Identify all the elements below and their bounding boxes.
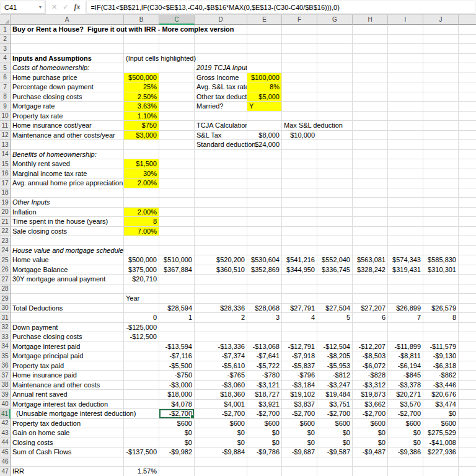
cell-A47[interactable]: IRR (11, 467, 124, 476)
row-header-12[interactable]: 12 (0, 131, 11, 141)
cell-F21[interactable] (282, 217, 317, 227)
cell-E29[interactable] (247, 294, 282, 304)
cell-F19[interactable] (282, 198, 317, 208)
cell-A8[interactable]: Purchase closing costs (11, 92, 124, 102)
cell-G42[interactable]: $600 (317, 419, 353, 429)
cell-B32[interactable]: -$125,000 (124, 323, 159, 333)
cell-E24[interactable] (247, 246, 282, 256)
cell-D20[interactable] (195, 208, 247, 218)
cell-F42[interactable]: $600 (282, 419, 317, 429)
cell-H16[interactable] (353, 169, 388, 179)
cell-H37[interactable]: -$828 (353, 371, 388, 381)
cell-G10[interactable] (317, 112, 353, 121)
cell-B9[interactable]: 3.63% (124, 102, 159, 112)
cell-E19[interactable] (247, 198, 282, 208)
cell-H43[interactable]: $0 (353, 428, 388, 438)
cell-G32[interactable] (317, 323, 353, 333)
cell-F36[interactable]: -$5,837 (282, 361, 317, 371)
cell-H24[interactable] (353, 246, 388, 256)
row-header-37[interactable]: 37 (0, 371, 11, 381)
cell-E18[interactable] (247, 188, 282, 198)
row-header-42[interactable]: 42 (0, 419, 11, 429)
cell-I16[interactable] (388, 169, 423, 179)
cell-H42[interactable]: $600 (353, 419, 388, 429)
cell-I31[interactable]: 7 (388, 313, 423, 323)
cell-A46[interactable] (11, 457, 124, 467)
cell-E36[interactable]: -$5,722 (247, 361, 282, 371)
cell-B5[interactable] (124, 63, 159, 73)
row-header-43[interactable]: 43 (0, 428, 11, 438)
cell-J19[interactable] (423, 198, 459, 208)
cell-E31[interactable]: 3 (247, 313, 282, 323)
cell-A20[interactable]: Inflation (11, 208, 124, 218)
row-header-15[interactable]: 15 (0, 159, 11, 169)
row-header-7[interactable]: 7 (0, 82, 11, 92)
cell-A21[interactable]: Time spent in the house (years) (11, 217, 124, 227)
cell-I29[interactable] (388, 294, 423, 304)
cell-C16[interactable] (159, 169, 195, 179)
cell-J44[interactable]: -$41,008 (423, 438, 459, 448)
cell-C11[interactable] (159, 121, 195, 131)
cell-H14[interactable] (353, 150, 388, 160)
cell-F12[interactable]: $10,000 (282, 131, 317, 141)
cell-F46[interactable] (282, 457, 317, 467)
cell-B24[interactable] (124, 246, 159, 256)
cell-C28[interactable] (159, 284, 195, 294)
cell-H46[interactable] (353, 457, 388, 467)
cell-H15[interactable] (353, 159, 388, 169)
cell-G14[interactable] (317, 150, 353, 160)
cell-A42[interactable]: Property tax deduction (11, 419, 124, 429)
row-header-39[interactable]: 39 (0, 390, 11, 400)
row-header-28[interactable]: 28 (0, 284, 11, 294)
cell-C39[interactable]: $18,000 (159, 390, 195, 400)
cell-B8[interactable]: 2.50% (124, 92, 159, 102)
cell-B47[interactable]: 1.57% (124, 467, 159, 476)
cell-E12[interactable]: $8,000 (247, 131, 282, 141)
cell-J7[interactable] (423, 82, 459, 92)
cell-C20[interactable] (159, 208, 195, 218)
cell-F31[interactable]: 4 (282, 313, 317, 323)
cell-E2[interactable] (247, 35, 282, 45)
cell-J8[interactable] (423, 92, 459, 102)
cell-J1[interactable] (423, 25, 459, 35)
cell-E44[interactable]: $0 (247, 438, 282, 448)
cell-G35[interactable]: -$8,205 (317, 351, 353, 361)
cell-F11[interactable]: Max S&L deduction (282, 121, 317, 131)
cell-C41[interactable]: -$2,700 (159, 409, 195, 419)
cell-H21[interactable] (353, 217, 388, 227)
cell-G26[interactable]: $336,745 (317, 265, 353, 275)
cell-I27[interactable] (388, 275, 423, 284)
cell-A37[interactable]: Home insurance paid (11, 371, 124, 381)
cell-E3[interactable] (247, 44, 282, 54)
cell-B22[interactable]: 7.00% (124, 227, 159, 237)
cell-F26[interactable]: $344,950 (282, 265, 317, 275)
cell-J27[interactable] (423, 275, 459, 284)
cell-H12[interactable] (353, 131, 388, 141)
cell-H3[interactable] (353, 44, 388, 54)
cell-G36[interactable]: -$5,953 (317, 361, 353, 371)
cell-G5[interactable] (317, 63, 353, 73)
cell-C34[interactable]: -$13,594 (159, 342, 195, 352)
cell-F8[interactable] (282, 92, 317, 102)
cell-C30[interactable]: $28,594 (159, 304, 195, 314)
cell-G6[interactable] (317, 73, 353, 83)
cell-A14[interactable]: Benefits of homeownership: (11, 150, 124, 160)
cell-J42[interactable]: $600 (423, 419, 459, 429)
cell-C32[interactable] (159, 323, 195, 333)
column-header-D[interactable]: D (195, 15, 247, 25)
cell-A41[interactable]: (Unusable mortgage interest deduction) (11, 409, 124, 419)
cell-D18[interactable] (195, 188, 247, 198)
cell-D11[interactable]: TCJA Calculations (195, 121, 247, 131)
cell-B7[interactable]: 25% (124, 82, 159, 92)
cell-G37[interactable]: -$812 (317, 371, 353, 381)
cell-H44[interactable]: $0 (353, 438, 388, 448)
cell-H38[interactable]: -$3,312 (353, 381, 388, 390)
cell-F24[interactable] (282, 246, 317, 256)
cell-H47[interactable] (353, 467, 388, 476)
cell-B6[interactable]: $500,000 (124, 73, 159, 83)
cell-I44[interactable]: $0 (388, 438, 423, 448)
row-header-47[interactable]: 47 (0, 467, 11, 476)
cell-D23[interactable] (195, 236, 247, 246)
cell-E15[interactable] (247, 159, 282, 169)
cell-C38[interactable]: -$3,000 (159, 381, 195, 390)
